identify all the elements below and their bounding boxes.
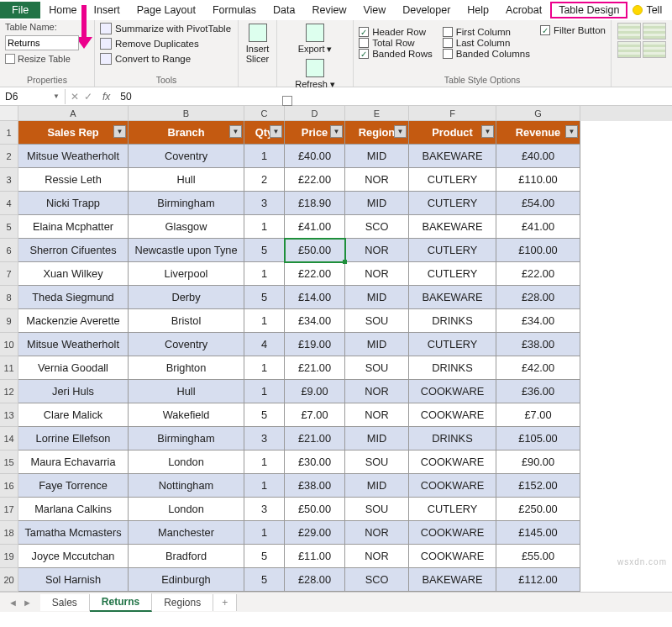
cell[interactable]: MID [345,286,409,309]
cell[interactable]: SOU [345,356,409,380]
cell[interactable]: £50.00 [285,239,345,262]
col-header-C[interactable]: C [244,106,285,121]
row-header[interactable]: 10 [0,333,18,356]
cell[interactable]: COOKWARE [409,403,496,427]
accept-icon[interactable]: ✓ [84,91,92,103]
row-header[interactable]: 11 [0,356,18,380]
col-header-A[interactable]: A [18,106,129,121]
name-box[interactable]: D6 ▼ [0,89,66,104]
cell[interactable]: BAKEWARE [409,215,496,239]
filter-dropdown-icon[interactable]: ▼ [270,125,282,138]
ext-icon-1[interactable] [282,96,292,106]
cell[interactable]: £21.00 [285,356,345,380]
cell[interactable]: £21.00 [285,427,345,450]
filter-dropdown-icon[interactable]: ▼ [113,125,126,138]
col-header-F[interactable]: F [409,106,496,121]
cell[interactable]: SOU [345,450,409,474]
banded-rows-checkbox[interactable]: Banded Rows [359,49,433,59]
row-header[interactable]: 3 [0,168,18,192]
cell[interactable]: Sol Harnish [18,568,129,592]
cell[interactable]: Ressie Leth [18,168,129,192]
cell[interactable]: 1 [244,380,285,403]
row-header[interactable]: 14 [0,427,18,450]
header-row-checkbox[interactable]: Header Row [359,27,433,37]
tab-file[interactable]: File [0,2,40,18]
cell[interactable]: 5 [244,403,285,427]
cell[interactable]: £50.00 [285,498,345,521]
tab-acrobat[interactable]: Acrobat [497,2,550,18]
export-button[interactable]: Export ▾ [282,22,348,55]
filter-dropdown-icon[interactable]: ▼ [330,125,343,138]
cell[interactable]: 5 [244,286,285,309]
cell[interactable]: £42.00 [496,356,580,380]
cell[interactable]: COOKWARE [409,545,496,568]
tab-review[interactable]: Review [303,2,354,18]
header-price[interactable]: Price▼ [285,121,345,145]
cell[interactable]: CUTLERY [409,192,496,215]
refresh-button[interactable]: Refresh ▾ [282,57,348,91]
last-col-checkbox[interactable]: Last Column [443,38,530,48]
cell[interactable]: Bristol [129,309,244,333]
formula-value[interactable]: 50 [115,91,136,103]
cell[interactable]: £38.00 [496,333,580,356]
header-branch[interactable]: Branch▼ [129,121,244,145]
col-header-D[interactable]: D [285,106,345,121]
cell[interactable]: NOR [345,545,409,568]
col-header-E[interactable]: E [345,106,409,121]
cell[interactable]: CUTLERY [409,262,496,286]
cell[interactable]: Lorrine Ellefson [18,427,129,450]
filter-dropdown-icon[interactable]: ▼ [565,125,578,138]
cell[interactable]: £41.00 [285,215,345,239]
cell[interactable]: CUTLERY [409,333,496,356]
cell[interactable]: Birmingham [129,192,244,215]
nav-prev-icon[interactable]: ◄ [8,598,18,608]
cell[interactable]: 4 [244,333,285,356]
tab-help[interactable]: Help [459,2,497,18]
cell[interactable]: SOU [345,498,409,521]
filter-dropdown-icon[interactable]: ▼ [481,125,494,138]
select-all[interactable] [0,106,18,121]
cell[interactable]: Hull [129,168,244,192]
cell[interactable]: £11.00 [285,545,345,568]
cell[interactable]: NOR [345,380,409,403]
cell[interactable]: £55.00 [496,545,580,568]
sheet-add-button[interactable]: + [213,594,237,611]
row-header[interactable]: 12 [0,380,18,403]
table-style[interactable] [643,41,666,58]
header-product[interactable]: Product▼ [409,121,496,145]
tab-data[interactable]: Data [265,2,303,18]
banded-cols-checkbox[interactable]: Banded Columns [443,49,530,59]
nav-next-icon[interactable]: ► [23,598,32,608]
cell[interactable]: £30.00 [285,450,345,474]
cell[interactable]: 2 [244,168,285,192]
cell[interactable]: BAKEWARE [409,145,496,168]
row-header[interactable]: 16 [0,474,18,498]
col-header-G[interactable]: G [496,106,580,121]
cell[interactable]: £41.00 [496,215,580,239]
header-qty[interactable]: Qty▼ [244,121,285,145]
cell[interactable]: 1 [244,521,285,545]
cell[interactable]: £14.00 [285,286,345,309]
summarize-pivot-button[interactable]: Summarize with PivotTable [100,22,233,35]
table-name-input[interactable] [5,35,79,50]
row-header[interactable]: 7 [0,262,18,286]
cell[interactable]: Mitsue Weatherholt [18,145,129,168]
cell[interactable]: MID [345,333,409,356]
table-style[interactable] [617,41,641,58]
row-header[interactable]: 4 [0,192,18,215]
cell[interactable]: 3 [244,427,285,450]
cell[interactable]: 5 [244,239,285,262]
header-region[interactable]: Region▼ [345,121,409,145]
cell[interactable]: BAKEWARE [409,286,496,309]
row-header[interactable]: 17 [0,498,18,521]
cell[interactable]: 1 [244,309,285,333]
cell[interactable]: Joyce Mccutchan [18,545,129,568]
cell[interactable]: DRINKS [409,309,496,333]
cell[interactable]: CUTLERY [409,168,496,192]
cell[interactable]: SCO [345,215,409,239]
cell[interactable]: 1 [244,215,285,239]
cell[interactable]: £40.00 [496,145,580,168]
cell[interactable]: Sherron Cifuentes [18,239,129,262]
row-header[interactable]: 2 [0,145,18,168]
cell[interactable]: NOR [345,239,409,262]
